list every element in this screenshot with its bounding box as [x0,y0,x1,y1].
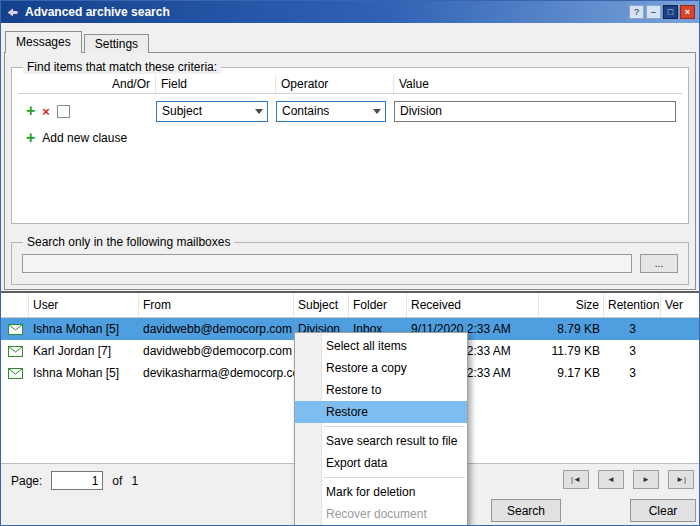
cell-retention: 3 [604,366,661,380]
last-page-button[interactable]: ►| [668,470,694,489]
menu-separator [323,477,465,478]
menu-item-export-data[interactable]: Export data [295,452,467,474]
add-new-clause-label: Add new clause [42,131,127,145]
prev-page-button[interactable]: ◄ [598,470,624,489]
cell-user: Ishna Mohan [5] [29,366,139,380]
mailboxes-group-title: Search only in the following mailboxes [23,235,234,249]
mailboxes-input[interactable] [22,254,632,273]
close-button[interactable]: × [680,5,695,19]
clear-button[interactable]: Clear [630,499,696,522]
menu-item-recover-document: Recover document [295,503,467,525]
next-page-button[interactable]: ► [633,470,659,489]
menu-item-restore-a-copy[interactable]: Restore a copy [295,357,467,379]
first-page-button[interactable]: |◄ [563,470,589,489]
chevron-down-icon [255,109,263,114]
menu-item-restore-to[interactable]: Restore to [295,379,467,401]
criteria-checkbox[interactable] [57,105,70,118]
field-dropdown[interactable]: Subject [156,101,268,122]
field-dropdown-value: Subject [162,104,202,118]
menu-item-restore[interactable]: Restore [295,401,467,423]
menu-item-save-search-result-to-file[interactable]: Save search result to file [295,430,467,452]
criteria-column-headers: And/Or Field Operator Value [18,75,682,94]
cell-user: Karl Jordan [7] [29,344,139,358]
cell-size: 8.79 KB [539,322,604,336]
tab-strip: Messages Settings [5,32,151,53]
minimize-button[interactable]: – [646,5,661,19]
column-subject[interactable]: Subject [294,293,349,317]
column-field: Field [156,75,276,93]
results-column-headers: User From Subject Folder Received Size R… [1,293,699,318]
column-size[interactable]: Size [539,293,604,317]
column-retention[interactable]: Retention [604,293,661,317]
page-label: Page: [11,474,42,488]
value-input[interactable] [394,101,676,122]
tab-messages[interactable]: Messages [5,31,82,53]
add-criteria-icon[interactable]: + [26,104,35,118]
context-menu: Select all items Restore a copy Restore … [294,332,468,526]
column-user[interactable]: User [29,293,139,317]
criteria-row: + × Subject Contains [18,100,682,122]
envelope-icon [1,324,29,335]
tab-settings[interactable]: Settings [84,34,149,53]
envelope-icon [1,368,29,379]
column-value: Value [394,75,682,93]
page-total: 1 [131,474,138,488]
page-of-label: of [112,474,122,488]
window-title: Advanced archive search [25,5,629,19]
cell-from: davidwebb@democorp.com [139,322,294,336]
cell-retention: 3 [604,344,661,358]
column-folder[interactable]: Folder [349,293,407,317]
browse-mailboxes-button[interactable]: ... [640,254,678,273]
title-bar[interactable]: Advanced archive search ? – □ × [1,1,699,23]
column-version[interactable]: Ver [661,293,699,317]
app-icon [5,5,20,20]
envelope-icon [1,346,29,357]
maximize-button[interactable]: □ [663,5,678,19]
chevron-down-icon [373,109,381,114]
menu-item-mark-for-deletion[interactable]: Mark for deletion [295,481,467,503]
cell-from: devikasharma@democorp.com [139,366,294,380]
cell-size: 9.17 KB [539,366,604,380]
cell-size: 11.79 KB [539,344,604,358]
criteria-group: Find items that match these criteria: An… [11,60,689,224]
cell-user: Ishna Mohan [5] [29,322,139,336]
column-icon[interactable] [1,293,29,317]
add-new-clause-link[interactable]: + Add new clause [18,131,682,145]
search-button[interactable]: Search [491,499,561,522]
help-button[interactable]: ? [629,5,644,19]
cell-retention: 3 [604,322,661,336]
messages-tab-panel: Find items that match these criteria: An… [4,52,696,290]
advanced-archive-search-window: Advanced archive search ? – □ × Messages… [0,0,700,526]
operator-dropdown-value: Contains [282,104,329,118]
operator-dropdown[interactable]: Contains [276,101,386,122]
column-received[interactable]: Received [407,293,539,317]
column-operator: Operator [276,75,394,93]
menu-separator [323,426,465,427]
remove-criteria-icon[interactable]: × [42,105,50,118]
plus-icon: + [26,131,35,145]
cell-from: davidwebb@democorp.com [139,344,294,358]
criteria-group-title: Find items that match these criteria: [23,60,221,74]
menu-item-select-all-items[interactable]: Select all items [295,335,467,357]
page-number-input[interactable] [51,471,103,490]
mailboxes-group: Search only in the following mailboxes .… [11,235,689,285]
column-from[interactable]: From [139,293,294,317]
column-andor: And/Or [18,75,156,93]
